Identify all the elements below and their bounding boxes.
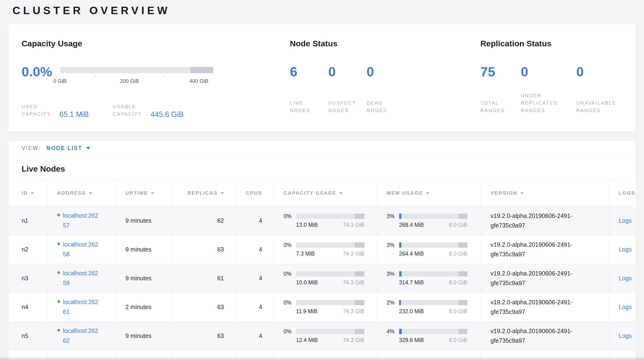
total-ranges-label: TOTAL RANGES — [480, 99, 514, 114]
node-logs-cell: Logs — [609, 235, 636, 264]
under-replicated-ranges-metric: 0 UNDER-REPLICATED RANGES — [521, 65, 576, 114]
column-header-version[interactable]: VERSION — [481, 180, 609, 206]
node-replicas: 61 — [217, 275, 224, 282]
node-uptime-cell: 9 minutes — [116, 206, 172, 235]
capacity-percent: 0% — [284, 213, 296, 220]
capacity-used-percent: 0.0% — [22, 65, 54, 78]
mem-usage-bar — [399, 329, 468, 334]
node-cpus: 4 — [259, 217, 262, 224]
used-capacity-value: 65.1 MiB — [60, 110, 89, 119]
column-header-label: LOGS — [619, 190, 636, 196]
column-header-address[interactable]: ADDRESS — [48, 180, 116, 206]
node-replicas: 63 — [217, 332, 224, 339]
sort-caret-icon — [339, 192, 342, 195]
logs-link[interactable]: Logs — [619, 304, 632, 310]
node-capacity-cell: 0% 13.0 MiB 74.3 GiB — [274, 206, 377, 235]
mem-used-value: 264.4 MiB — [399, 251, 424, 257]
node-capacity-cell: 0% 12.4 MiB 74.3 GiB — [274, 321, 377, 350]
node-logs-cell: Logs — [609, 264, 636, 293]
capacity-percent: 0% — [284, 242, 296, 248]
live-nodes-title: Live Nodes — [22, 164, 622, 173]
unavailable-ranges-label: UNAVAILABLE RANGES — [576, 99, 622, 114]
mem-used-value: 232.0 MiB — [399, 308, 424, 315]
mem-bar-used-segment — [399, 214, 401, 219]
view-selector-dropdown[interactable]: NODE LIST — [46, 145, 90, 151]
logs-link[interactable]: Logs — [619, 217, 632, 224]
node-address-cell: localhost:26261 — [48, 293, 116, 321]
node-address-link[interactable]: localhost:26262 — [63, 326, 99, 346]
axis-tick-label: 200 GiB — [120, 78, 139, 84]
view-selected-value: NODE LIST — [46, 145, 82, 151]
node-address-link[interactable]: localhost:26257 — [63, 211, 99, 231]
mem-used-value: 329.6 MiB — [399, 337, 424, 343]
live-nodes-count: 6 — [290, 65, 328, 78]
sort-caret-icon — [426, 192, 429, 195]
view-label: VIEW: — [22, 145, 41, 151]
column-header-replicas[interactable]: REPLICAS — [172, 180, 236, 206]
mem-bar-other-segment — [458, 214, 467, 219]
sort-caret-icon — [221, 192, 224, 195]
node-replicas: 63 — [217, 304, 224, 310]
node-replicas-cell: 62 — [172, 206, 236, 235]
node-table-row: n2 localhost:26258 9 minutes 63 4 0% — [8, 235, 636, 264]
capacity-total-value: 74.3 GiB — [343, 308, 364, 315]
node-uptime-cell: 9 minutes — [116, 235, 172, 264]
node-address-link[interactable]: localhost:26259 — [63, 268, 99, 288]
node-id-cell: n4 — [8, 293, 48, 321]
mem-bar-used-segment — [399, 242, 401, 248]
node-replicas-cell: 63 — [172, 293, 236, 321]
logs-link[interactable]: Logs — [619, 246, 632, 253]
mem-percent: 3% — [387, 271, 399, 277]
node-replicas-cell: 63 — [172, 235, 236, 264]
node-uptime: 2 minutes — [126, 304, 152, 310]
capacity-bar-track — [60, 67, 213, 73]
under-replicated-ranges-label: UNDER-REPLICATED RANGES — [521, 92, 565, 114]
capacity-bar-chart: 0 GiB200 GiB400 GiB — [60, 67, 213, 84]
axis-tick-mark — [164, 74, 164, 78]
live-nodes-card: VIEW: NODE LIST Live Nodes IDADDRESSUPTI… — [8, 140, 636, 360]
column-header-logs: LOGS — [609, 180, 636, 206]
usable-capacity-value: 445.6 GiB — [150, 110, 184, 119]
node-id-cell: n2 — [8, 235, 48, 264]
node-version-cell: v19.2.0-alpha.20190606-2491-gfe735c9a97 — [481, 321, 609, 350]
mem-usage-bar — [399, 300, 468, 305]
node-address-cell: localhost:26257 — [48, 206, 116, 235]
node-version: v19.2.0-alpha.20190606-2491-gfe735c9a97 — [491, 211, 594, 230]
node-cpus-cell: 4 — [236, 321, 274, 350]
column-header-label: REPLICAS — [187, 190, 218, 196]
capacity-usage-section: Capacity Usage 0.0% 0 GiB200 GiB400 GiB … — [22, 39, 290, 132]
mem-bar-used-segment — [399, 271, 402, 276]
mem-total-value: 8.0 GiB — [449, 251, 468, 257]
node-logs-cell: Logs — [609, 206, 636, 235]
column-header-capacity-usage[interactable]: CAPACITY USAGE — [274, 180, 377, 206]
column-header-id[interactable]: ID — [8, 180, 48, 206]
live-nodes-label: LIVE NODES — [290, 99, 324, 114]
node-version: v19.2.0-alpha.20190606-2491-gfe735c9a97 — [491, 269, 594, 288]
capacity-used-value: 13.0 MiB — [296, 222, 318, 228]
node-id: n3 — [22, 275, 28, 282]
used-capacity-label: USED CAPACITY — [22, 103, 55, 118]
logs-link[interactable]: Logs — [619, 275, 632, 282]
node-address-link[interactable]: localhost:26261 — [63, 297, 99, 317]
mem-total-value: 8.0 GiB — [449, 308, 468, 315]
node-uptime: 9 minutes — [126, 275, 152, 282]
node-id-cell: n1 — [8, 206, 48, 235]
capacity-usage-bar — [296, 271, 364, 276]
column-header-mem-usage[interactable]: MEM USAGE — [377, 180, 481, 206]
node-capacity-cell: 0% 11.9 MiB 74.3 GiB — [274, 293, 377, 321]
capacity-usage-bar — [296, 214, 364, 219]
column-header-label: ID — [22, 190, 28, 196]
column-header-uptime[interactable]: UPTIME — [116, 180, 172, 206]
capacity-used-value: 10.0 MiB — [296, 279, 318, 286]
node-replicas-cell: 61 — [172, 264, 236, 293]
logs-link[interactable]: Logs — [619, 332, 632, 339]
axis-tick-label: 400 GiB — [189, 78, 208, 84]
live-nodes-metric: 6 LIVE NODES — [290, 65, 328, 114]
node-live-status-icon — [57, 329, 60, 332]
node-address-link[interactable]: localhost:26258 — [63, 240, 99, 259]
node-cpus-cell: 4 — [236, 235, 274, 264]
dead-nodes-metric: 0 DEAD NODES — [366, 65, 405, 114]
node-mem-cell: 4% 329.6 MiB 8.0 GiB — [377, 321, 481, 350]
capacity-percent: 0% — [284, 299, 296, 306]
axis-tick-mark — [95, 74, 95, 78]
